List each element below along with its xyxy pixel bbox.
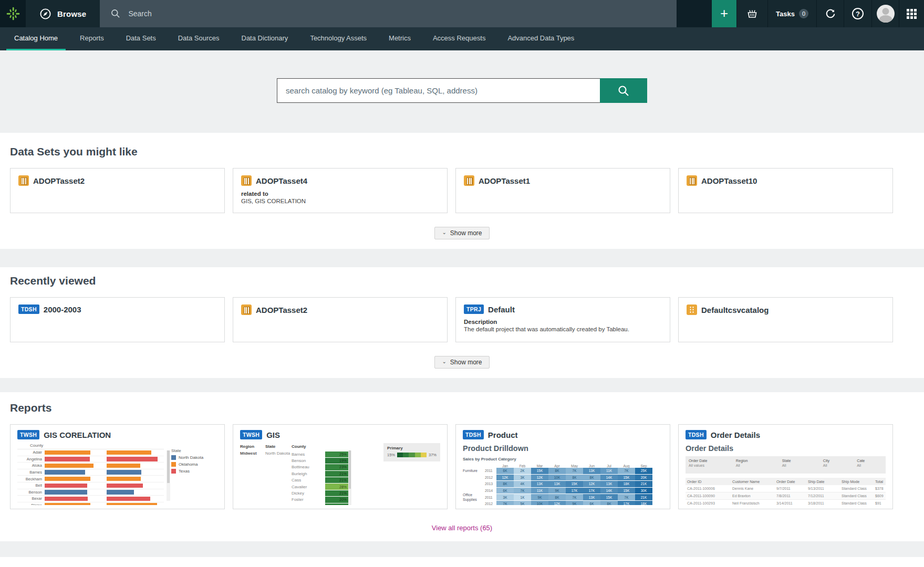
- heatmap-cell: 8K: [548, 468, 566, 474]
- basket-button[interactable]: [736, 0, 767, 27]
- browse-button[interactable]: Browse: [26, 0, 100, 27]
- top-search-input[interactable]: Search: [100, 0, 677, 27]
- dataset-card[interactable]: ADOPTasset1: [455, 168, 670, 213]
- report-card[interactable]: TWSH GIS CORELATION County AdairAngelina…: [10, 424, 225, 509]
- year-label: 2012: [485, 476, 496, 479]
- recent-card[interactable]: TPRJ Default Description The default pro…: [455, 297, 670, 342]
- recent-cards: TDSH 2000-2003 ADOPTasset2 TPRJ Default …: [10, 297, 893, 342]
- bar-chart-row: Bell: [17, 482, 164, 489]
- user-menu-button[interactable]: [871, 0, 899, 27]
- recent-card[interactable]: Defaultcsvcatalog: [678, 297, 893, 342]
- tasks-count-badge: 0: [799, 9, 808, 18]
- table-column-header: Total: [874, 478, 886, 485]
- tab-catalog-home[interactable]: Catalog Home: [6, 27, 66, 50]
- heatmap-cell: 13K: [548, 481, 566, 487]
- state-value: North Dakota: [265, 451, 292, 456]
- related-to-value: GIS, GIS CORELATION: [241, 198, 439, 204]
- bar: [45, 464, 94, 468]
- heatmap-cell: 30K: [635, 488, 652, 494]
- heatmap-cell: 8K: [600, 501, 618, 505]
- report-title: Order Details: [711, 430, 760, 439]
- dataset-card[interactable]: ADOPTasset10: [678, 168, 893, 213]
- dataset-card[interactable]: ADOPTasset2: [10, 168, 225, 213]
- heatmap-row: Bottineau23%: [292, 464, 348, 470]
- avatar: [877, 5, 895, 23]
- category-label: [463, 490, 485, 491]
- chart-legend: State North DakotaOklahomaTexas: [171, 443, 217, 505]
- heatmap-cell: 12K: [548, 501, 566, 505]
- bar-panel: [45, 456, 102, 463]
- logo-icon: [6, 6, 20, 21]
- heatmap-row: Foster20%: [292, 497, 348, 503]
- dataset-card[interactable]: ADOPTasset4 related to GIS, GIS CORELATI…: [233, 168, 448, 213]
- table-cell: CA-2011-100090: [686, 492, 731, 499]
- dataset-title: ADOPTasset4: [256, 176, 307, 185]
- bar-panel: [107, 463, 164, 469]
- show-more-recent-button[interactable]: ⌄ Show more: [434, 356, 489, 369]
- category-label: Office Supplies: [463, 492, 485, 502]
- filter-column[interactable]: StateAll: [782, 458, 823, 467]
- show-more-datasets-button[interactable]: ⌄ Show more: [434, 227, 489, 239]
- heatmap-cell: 6K: [496, 488, 514, 494]
- report-thumbnail-product: Product Drilldown Sales by Product Categ…: [463, 443, 663, 505]
- recent-card[interactable]: TDSH 2000-2003: [10, 297, 225, 342]
- help-button[interactable]: ?: [844, 0, 871, 27]
- table-row: CA-2011-100006Dennis Kane9/7/20119/13/20…: [686, 485, 886, 492]
- bar-panel: [45, 482, 102, 489]
- heatmap-cell: 9K: [531, 494, 548, 500]
- filter-column[interactable]: CityAll: [823, 458, 857, 467]
- heatmap-cell: 7K: [514, 488, 531, 494]
- tab-access-requests[interactable]: Access Requests: [425, 27, 493, 50]
- search-icon: [617, 85, 630, 97]
- heatmap-cell: 7K: [566, 468, 583, 474]
- section-title: Reports: [10, 402, 914, 414]
- table-cell: 3/14/2011: [775, 500, 806, 505]
- sync-button[interactable]: [816, 0, 844, 27]
- heatmap-cell: 15K: [531, 468, 548, 474]
- tasks-label: Tasks: [776, 10, 795, 18]
- report-card[interactable]: TDSH Product Product Drilldown Sales by …: [455, 424, 670, 509]
- tab-data-sets[interactable]: Data Sets: [118, 27, 164, 50]
- heatmap-row: Grand Forks21%: [292, 503, 348, 505]
- chevron-down-icon: ⌄: [442, 359, 446, 364]
- filter-column[interactable]: Order DateAll values: [689, 458, 736, 467]
- tab-data-dictionary[interactable]: Data Dictionary: [234, 27, 296, 50]
- report-card[interactable]: TDSH Order Details Order Details Order D…: [678, 424, 893, 509]
- filter-value: All: [857, 464, 883, 467]
- report-cards: TWSH GIS CORELATION County AdairAngelina…: [10, 424, 893, 509]
- bar: [45, 484, 87, 488]
- tab-technology-assets[interactable]: Technology Assets: [302, 27, 375, 50]
- bar: [107, 477, 141, 481]
- app-logo[interactable]: [0, 0, 26, 27]
- dataset-table-icon: [687, 175, 697, 186]
- compose-button[interactable]: +: [711, 0, 736, 27]
- table-row: CA-2011-100293Neil Französisch3/14/20113…: [686, 500, 886, 505]
- catalog-search-input[interactable]: [277, 78, 600, 103]
- recent-card[interactable]: ADOPTasset2: [233, 297, 448, 342]
- heatmap-row: Barnes25%: [292, 451, 348, 457]
- section-reports: Reports TWSH GIS CORELATION County Adair…: [0, 392, 924, 541]
- section-recently-viewed: Recently viewed TDSH 2000-2003 ADOPTasse…: [0, 267, 924, 378]
- filter-column[interactable]: RegionAll: [736, 458, 782, 467]
- heatmap-cell: 7K: [618, 494, 635, 500]
- tab-metrics[interactable]: Metrics: [381, 27, 419, 50]
- view-all-reports-link[interactable]: View all reports (65): [432, 524, 492, 532]
- report-card[interactable]: TWSH GIS Region Midwest State North Dako…: [233, 424, 448, 509]
- tab-reports[interactable]: Reports: [72, 27, 112, 50]
- tab-advanced-data-types[interactable]: Advanced Data Types: [500, 27, 582, 50]
- catalog-search-button[interactable]: [600, 78, 647, 103]
- legend-gradient: [397, 453, 427, 457]
- heatmap-cell: 7K: [496, 501, 514, 505]
- tab-data-sources[interactable]: Data Sources: [170, 27, 227, 50]
- tasks-button[interactable]: Tasks 0: [767, 0, 816, 27]
- bar-row-label: Bell: [17, 483, 45, 488]
- apps-grid-button[interactable]: [899, 0, 924, 27]
- table-cell: 7/12/2011: [806, 492, 840, 499]
- report-thumbnail-orders: Order Details Order DateAll valuesRegion…: [686, 443, 886, 505]
- bar-row-label: Bexar: [17, 496, 45, 501]
- dashboard-type-badge: TDSH: [463, 430, 484, 439]
- heatmap-cell: 18K: [618, 481, 635, 487]
- thumbnail-title: Order Details: [686, 444, 886, 453]
- year-label: 2011: [485, 496, 496, 499]
- filter-column[interactable]: CateAll: [857, 458, 883, 467]
